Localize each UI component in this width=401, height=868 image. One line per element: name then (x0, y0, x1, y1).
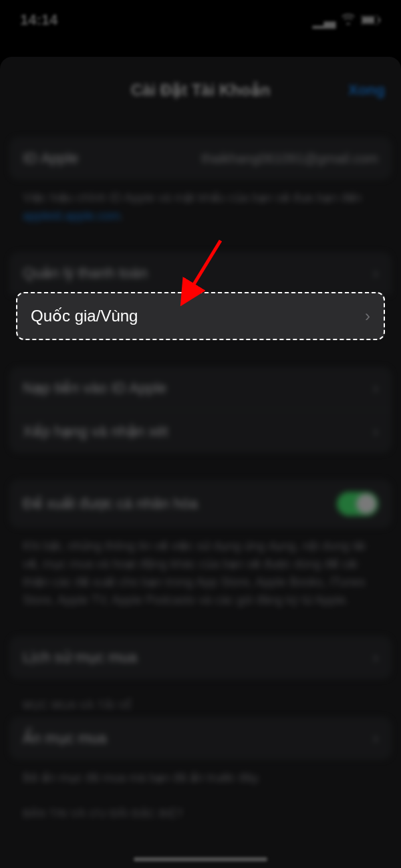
apple-id-footer: Việc hiệu chỉnh ID Apple và mật khẩu của… (9, 189, 392, 225)
apple-id-group: ID Apple thaikhang061091@gmail.com (9, 137, 392, 180)
newsletter-section-header: BẢN TIN VÀ ƯU ĐÃI ĐẶC BIỆT (9, 787, 392, 825)
purchase-history-label: Lịch sử mục mua (23, 649, 137, 666)
done-button[interactable]: Xong (348, 82, 385, 99)
status-bar: 14:14 ▁▃ (0, 0, 401, 40)
ratings-reviews-row[interactable]: Xếp hạng và nhận xét › (9, 410, 392, 453)
payment-group: Quản lý thanh toán › (9, 252, 392, 295)
home-indicator (134, 857, 267, 861)
personalized-recs-row[interactable]: Đề xuất được cá nhân hóa (9, 480, 392, 528)
country-region-row[interactable]: Quốc gia/Vùng › (16, 292, 385, 340)
wifi-icon (341, 11, 356, 29)
svg-rect-2 (379, 18, 380, 22)
apple-id-label: ID Apple (23, 150, 78, 167)
chevron-right-icon: › (373, 379, 378, 398)
status-time: 14:14 (20, 11, 57, 29)
cellular-icon: ▁▃ (313, 11, 336, 29)
manage-payments-row[interactable]: Quản lý thanh toán › (9, 252, 392, 295)
personalized-footer: Khi bật, những thông tin về việc sử dụng… (9, 537, 392, 609)
modal-header: Cài Đặt Tài Khoản Xong (0, 70, 401, 110)
chevron-right-icon: › (373, 422, 378, 441)
funds-ratings-group: Nạp tiền vào ID Apple › Xếp hạng và nhận… (9, 367, 392, 453)
purchase-history-group: Lịch sử mục mua › (9, 636, 392, 679)
add-funds-label: Nạp tiền vào ID Apple (23, 380, 166, 397)
chevron-right-icon: › (373, 648, 378, 667)
add-funds-row[interactable]: Nạp tiền vào ID Apple › (9, 367, 392, 410)
svg-rect-1 (362, 17, 374, 23)
account-settings-modal: Cài Đặt Tài Khoản Xong ID Apple thaikhan… (0, 57, 401, 868)
personalized-recs-label: Đề xuất được cá nhân hóa (23, 495, 198, 513)
page-title: Cài Đặt Tài Khoản (131, 81, 271, 100)
hidden-purchases-label: Ẩn mục mua (23, 730, 107, 747)
personalized-recs-toggle[interactable] (337, 492, 378, 516)
ratings-reviews-label: Xếp hạng và nhận xét (23, 423, 168, 440)
country-region-label: Quốc gia/Vùng (31, 307, 138, 325)
battery-icon (361, 11, 381, 29)
purchases-section-header: MỤC MUA VÀ TẢI VỀ (9, 679, 392, 717)
chevron-right-icon: › (373, 729, 378, 748)
chevron-right-icon: › (373, 264, 378, 283)
appleid-link[interactable]: appleid.apple.com (23, 209, 120, 223)
status-indicators: ▁▃ (313, 11, 381, 29)
purchase-history-row[interactable]: Lịch sử mục mua › (9, 636, 392, 679)
hidden-purchases-row[interactable]: Ẩn mục mua › (9, 717, 392, 760)
personalized-group: Đề xuất được cá nhân hóa (9, 480, 392, 528)
manage-payments-label: Quản lý thanh toán (23, 265, 148, 282)
hidden-purchases-group: Ẩn mục mua › (9, 717, 392, 760)
apple-id-row[interactable]: ID Apple thaikhang061091@gmail.com (9, 137, 392, 180)
apple-id-value: thaikhang061091@gmail.com (201, 151, 378, 166)
hidden-purchases-footer: Bỏ ẩn mục đã mua mà bạn đã ẩn trước đây. (9, 769, 392, 787)
chevron-right-icon: › (365, 307, 370, 325)
